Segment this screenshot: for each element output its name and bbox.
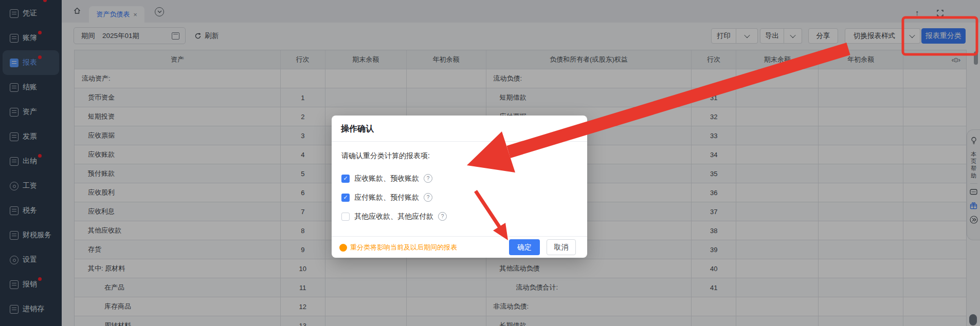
option-label: 应收账款、预收账款 [354, 174, 419, 183]
confirm-button[interactable]: 确定 [509, 239, 540, 255]
help-icon[interactable]: ? [424, 174, 432, 183]
app-window: 凭证账簿报表结账资产发票出纳工资税务财税服务设置报销进销存 资产负债表 × 期间… [0, 0, 980, 326]
help-icon[interactable]: ? [424, 193, 432, 202]
help-icon[interactable]: ? [438, 212, 447, 221]
dialog-prompt: 请确认重分类计算的报表项: [341, 151, 430, 161]
checkbox-checked[interactable]: ✓ [341, 194, 350, 202]
reclassify-option[interactable]: ✓应付账款、预付账款? [341, 188, 447, 207]
dialog-warning: ! 重分类将影响当前及以后期间的报表 [339, 243, 457, 252]
reclassify-option[interactable]: 其他应收款、其他应付款? [341, 207, 447, 226]
confirm-dialog: 操作确认 请确认重分类计算的报表项: ✓应收账款、预收账款?✓应付账款、预付账款… [332, 116, 587, 258]
warning-icon: ! [339, 244, 347, 252]
reclassify-option[interactable]: ✓应收账款、预收账款? [341, 169, 447, 188]
warning-text: 重分类将影响当前及以后期间的报表 [350, 243, 457, 252]
cancel-button[interactable]: 取消 [547, 239, 576, 255]
option-label: 应付账款、预付账款 [354, 193, 419, 202]
divider [332, 141, 587, 142]
dialog-title: 操作确认 [341, 124, 374, 135]
checkbox-unchecked[interactable] [341, 213, 350, 221]
divider [332, 236, 587, 237]
checkbox-checked[interactable]: ✓ [341, 175, 350, 183]
option-label: 其他应收款、其他应付款 [354, 212, 433, 221]
